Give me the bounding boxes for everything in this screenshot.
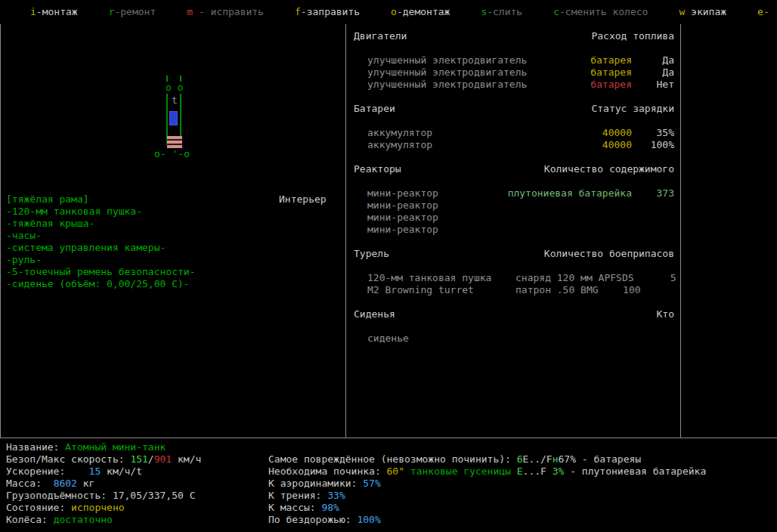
part-mid-value [409, 332, 632, 345]
text-line: По бездорожью: 100% [268, 514, 706, 526]
part-mid-value: плутониевая батарейка [438, 187, 632, 200]
section-title: Двигатели [354, 30, 407, 42]
part-mid-value: 40000 [432, 127, 632, 139]
part-name: сиденье [367, 332, 409, 345]
menu-item-m[interactable]: m - исправить [187, 6, 264, 24]
part-row: аккумулятор4000035% [367, 127, 674, 139]
part-name: улучшенный электродвигатель [367, 66, 527, 79]
text-line: -система управления камеры- [6, 242, 195, 254]
text-line: Масса: 8602 кг [6, 478, 201, 490]
menu-item-c[interactable]: c-сменить колесо [553, 6, 648, 24]
part-right-value [632, 212, 674, 224]
part-row: мини-реактор [367, 212, 674, 224]
vehicle-systems-panel: ДвигателиРасход топливаулучшенный электр… [346, 24, 680, 438]
part-row: улучшенный электродвигательбатареяДа [367, 66, 674, 79]
panel-section: ДвигателиРасход топливаулучшенный электр… [354, 30, 674, 91]
part-row: мини-реактор [367, 200, 674, 212]
part-name: улучшенный электродвигатель [367, 54, 527, 66]
part-right-value: Да [632, 66, 674, 79]
section-header: БатареиСтатус зарядки [354, 103, 674, 115]
text-line: Ускорение: 15 км/ч/t [6, 466, 201, 478]
menu-item-e[interactable]: e- [757, 6, 769, 24]
part-mid-value: батарея [527, 54, 632, 66]
part-row: улучшенный электродвигательбатареяНет [367, 79, 674, 91]
part-mid-value: 40000 [432, 139, 632, 151]
part-right-value: 373 [632, 187, 674, 200]
part-mid-value [438, 224, 632, 236]
part-right-value: 35% [632, 127, 674, 139]
panel-section: СиденьяКтосиденье [354, 308, 674, 345]
menu-hotkey: i [30, 6, 36, 17]
text-line: Колёса: достаточно [6, 514, 201, 526]
part-mid-value: батарея [527, 66, 632, 79]
part-name: M2 Browning turret [367, 284, 503, 296]
text-line: -тяжёлая крыша- [6, 218, 195, 230]
part-row: улучшенный электродвигательбатареяДа [367, 54, 674, 66]
section-header: РеакторыКоличество содержимого [354, 163, 674, 175]
part-right-value [632, 332, 674, 345]
text-line: Необходима починка: 60" танковые гусениц… [268, 466, 706, 478]
menu-item-o[interactable]: o-демонтаж [391, 6, 450, 24]
part-name: 120-мм танковая пушка [367, 272, 503, 284]
section-right-title: Расход топлива [591, 30, 674, 42]
text-line: -руль- [6, 254, 195, 266]
menu-item-label: -монтаж [36, 6, 78, 17]
border-left [0, 24, 1, 438]
text-line: Грузоподъёмность: 17,05/337,50 С [6, 490, 201, 502]
section-right-title: Количество боеприпасов [544, 248, 674, 260]
vehicle-stats: Название: Атомный мини-танкБезоп/Макс ск… [6, 441, 201, 526]
menu-item-label: -слить [487, 6, 522, 17]
menu-hotkey: o [391, 6, 397, 17]
section-right-title: Кто [657, 308, 674, 320]
part-name: мини-реактор [367, 187, 438, 200]
menu-hotkey: f [295, 6, 301, 17]
menu-item-r[interactable]: r-ремонт [109, 6, 156, 24]
menu-item-label: -ремонт [114, 6, 156, 17]
part-name: мини-реактор [367, 224, 438, 236]
section-title: Сиденья [354, 308, 395, 320]
menu-item-label: -сменить колесо [559, 6, 648, 17]
section-right-title: Количество содержимого [544, 163, 674, 175]
vehicle-art-glyph: o o [166, 82, 183, 94]
menu-item-f[interactable]: f-заправить [295, 6, 360, 24]
menu-item-s[interactable]: s-слить [481, 6, 522, 24]
section-title: Батареи [354, 103, 395, 115]
part-right-value: 100 [599, 284, 641, 296]
part-name: мини-реактор [367, 200, 438, 212]
action-menu: i-монтажr-ремонтm - исправитьf-заправить… [0, 0, 777, 24]
part-mid-value [438, 200, 632, 212]
cursor-highlight[interactable] [169, 111, 178, 125]
text-line: К трения: 33% [268, 490, 706, 502]
text-line: -сиденье (объём: 0,00/25,00 С)- [6, 278, 195, 290]
part-row: 120-мм танковая пушкаснаряд 120 мм APFSD… [367, 272, 674, 284]
part-right-value [632, 200, 674, 212]
vehicle-interaction-screen: i-монтажr-ремонтm - исправитьf-заправить… [0, 0, 777, 532]
part-name: аккумулятор [367, 127, 432, 139]
menu-item-i[interactable]: i-монтаж [30, 6, 78, 24]
section-header: ТурельКоличество боеприпасов [354, 248, 674, 260]
menu-item-label: - [763, 6, 769, 17]
menu-hotkey: m [187, 6, 193, 17]
part-mid-value: патрон .50 BMG [503, 284, 599, 296]
part-right-value: Да [632, 54, 674, 66]
vehicle-view-panel: o oto- '-o [тяжёлая рама]-120-мм танкова… [0, 0, 345, 438]
part-row: мини-реактор [367, 224, 674, 236]
panel-section: ТурельКоличество боеприпасов120-мм танко… [354, 248, 674, 296]
text-line: Состояние: испорчено [6, 502, 201, 514]
section-header: ДвигателиРасход топлива [354, 30, 674, 42]
menu-item-label: - исправить [193, 6, 264, 17]
text-line: Безоп/Макс скорость: 151/901 км/ч [6, 453, 201, 466]
menu-hotkey: c [553, 6, 559, 17]
section-title: Турель [354, 248, 389, 260]
part-name: аккумулятор [367, 139, 432, 151]
text-line: -5-точечный ремень безопасности- [6, 266, 195, 278]
part-row: аккумулятор40000100% [367, 139, 674, 151]
part-row: M2 Browning turretпатрон .50 BMG100 [367, 284, 674, 296]
menu-item-w[interactable]: w экипаж [679, 6, 726, 24]
menu-item-label: -демонтаж [397, 6, 450, 17]
parts-list: [тяжёлая рама]-120-мм танковая пушка--тя… [6, 193, 195, 290]
panel-section: РеакторыКоличество содержимогомини-реакт… [354, 163, 674, 236]
location-label: Интерьер [279, 193, 327, 206]
part-right-value [632, 224, 674, 236]
part-row: сиденье [367, 332, 674, 345]
